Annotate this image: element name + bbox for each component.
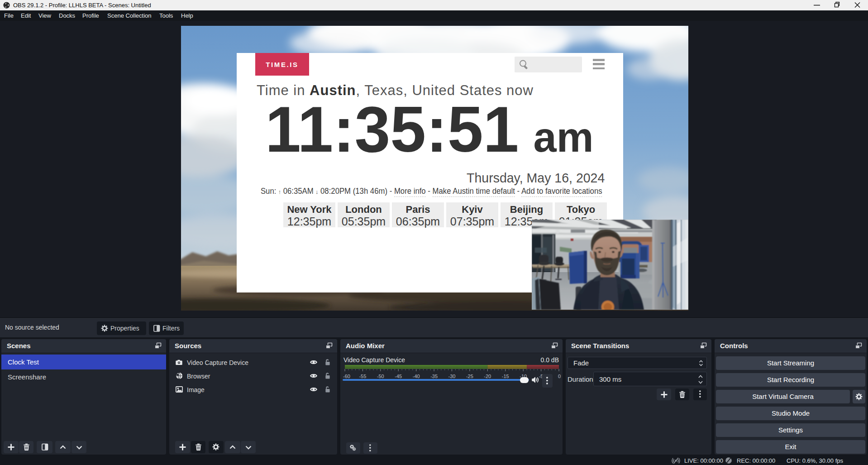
svg-text:Video Capture Device: Video Capture Device (343, 356, 405, 364)
svg-text:-30: -30 (448, 374, 456, 379)
svg-text:-60: -60 (343, 374, 350, 379)
svg-text:0.0 dB: 0.0 dB (541, 356, 559, 364)
svg-text:-40: -40 (413, 374, 420, 379)
svg-text:-55: -55 (359, 374, 366, 379)
svg-text:-35: -35 (430, 374, 438, 379)
svg-text:-50: -50 (377, 374, 384, 379)
svg-text:-15: -15 (502, 374, 509, 379)
svg-text:-25: -25 (466, 374, 473, 379)
svg-text:0: 0 (558, 374, 561, 379)
svg-text:-20: -20 (484, 374, 491, 379)
svg-text:-45: -45 (395, 374, 402, 379)
